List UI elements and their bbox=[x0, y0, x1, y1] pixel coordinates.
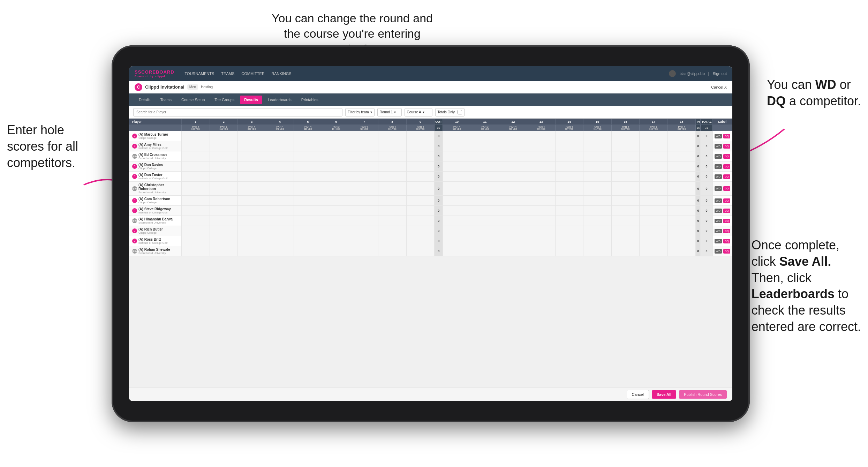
hole-8-input[interactable] bbox=[380, 239, 405, 243]
hole-14-input[interactable] bbox=[557, 165, 582, 168]
hole-7-input[interactable] bbox=[352, 209, 377, 212]
hole-15-score[interactable] bbox=[583, 131, 612, 141]
hole-9-score[interactable] bbox=[406, 216, 435, 226]
hole-1-input[interactable] bbox=[183, 175, 208, 178]
hole-1-input[interactable] bbox=[183, 134, 208, 138]
hole-6-score[interactable] bbox=[322, 161, 350, 172]
hole-16-input[interactable] bbox=[613, 165, 638, 168]
hole-16-score[interactable] bbox=[611, 182, 640, 196]
hole-18-score[interactable] bbox=[667, 131, 696, 141]
hole-5-score[interactable] bbox=[294, 151, 322, 161]
hole-7-score[interactable] bbox=[350, 182, 378, 196]
hole-9-score[interactable] bbox=[406, 141, 435, 151]
hole-9-score[interactable] bbox=[406, 172, 435, 182]
tab-printables[interactable]: Printables bbox=[297, 96, 323, 104]
wd-button[interactable]: WD bbox=[715, 144, 722, 149]
hole-9-input[interactable] bbox=[408, 134, 433, 138]
hole-11-score[interactable] bbox=[471, 206, 499, 216]
hole-16-score[interactable] bbox=[611, 131, 640, 141]
hole-12-score[interactable] bbox=[499, 151, 527, 161]
hole-8-input[interactable] bbox=[380, 165, 405, 168]
hole-13-score[interactable] bbox=[527, 182, 555, 196]
hole-13-score[interactable] bbox=[527, 151, 555, 161]
hole-16-score[interactable] bbox=[611, 246, 640, 256]
hole-5-input[interactable] bbox=[295, 165, 320, 168]
hole-17-score[interactable] bbox=[640, 236, 668, 246]
hole-18-score[interactable] bbox=[667, 206, 696, 216]
hole-8-input[interactable] bbox=[380, 187, 405, 190]
hole-11-input[interactable] bbox=[473, 199, 498, 202]
hole-15-input[interactable] bbox=[585, 187, 610, 190]
hole-15-input[interactable] bbox=[585, 209, 610, 212]
wd-button[interactable]: WD bbox=[715, 164, 722, 169]
hole-12-score[interactable] bbox=[499, 196, 527, 206]
hole-10-input[interactable] bbox=[444, 175, 469, 178]
hole-9-score[interactable] bbox=[406, 236, 435, 246]
hole-6-input[interactable] bbox=[324, 219, 349, 223]
hole-2-input[interactable] bbox=[211, 134, 236, 138]
hole-1-score[interactable] bbox=[182, 196, 210, 206]
hole-17-score[interactable] bbox=[640, 151, 668, 161]
hole-2-input[interactable] bbox=[211, 175, 236, 178]
hole-12-input[interactable] bbox=[500, 134, 526, 138]
hole-3-score[interactable] bbox=[238, 196, 266, 206]
hole-2-input[interactable] bbox=[211, 219, 236, 223]
hole-15-input[interactable] bbox=[585, 144, 610, 148]
hole-18-input[interactable] bbox=[669, 175, 694, 178]
hole-18-input[interactable] bbox=[669, 209, 694, 212]
hole-3-input[interactable] bbox=[239, 239, 264, 243]
hole-5-input[interactable] bbox=[295, 249, 320, 253]
hole-5-score[interactable] bbox=[294, 246, 322, 256]
totals-only-checkbox[interactable] bbox=[458, 110, 462, 114]
hole-14-score[interactable] bbox=[555, 172, 583, 182]
hole-1-input[interactable] bbox=[183, 187, 208, 190]
hole-15-score[interactable] bbox=[583, 172, 612, 182]
tab-leaderboards[interactable]: Leaderboards bbox=[264, 96, 296, 104]
hole-7-input[interactable] bbox=[352, 229, 377, 233]
hole-18-input[interactable] bbox=[669, 144, 694, 148]
hole-11-score[interactable] bbox=[471, 196, 499, 206]
hole-16-score[interactable] bbox=[611, 236, 640, 246]
hole-11-input[interactable] bbox=[473, 209, 498, 212]
hole-17-score[interactable] bbox=[640, 206, 668, 216]
hole-11-input[interactable] bbox=[473, 187, 498, 190]
hole-5-score[interactable] bbox=[294, 131, 322, 141]
hole-4-score[interactable] bbox=[266, 161, 294, 172]
hole-13-input[interactable] bbox=[529, 219, 554, 223]
hole-17-input[interactable] bbox=[641, 155, 666, 158]
filter-team-dropdown[interactable]: Filter by team ▾ bbox=[345, 108, 375, 116]
hole-18-score[interactable] bbox=[667, 216, 696, 226]
hole-1-input[interactable] bbox=[183, 155, 208, 158]
hole-3-score[interactable] bbox=[238, 161, 266, 172]
hole-14-input[interactable] bbox=[557, 229, 582, 233]
hole-2-input[interactable] bbox=[211, 165, 236, 168]
hole-11-input[interactable] bbox=[473, 229, 498, 233]
hole-11-score[interactable] bbox=[471, 131, 499, 141]
hole-17-input[interactable] bbox=[641, 239, 666, 243]
hole-5-input[interactable] bbox=[295, 199, 320, 202]
hole-6-input[interactable] bbox=[324, 134, 349, 138]
hole-10-input[interactable] bbox=[444, 209, 469, 212]
hole-18-score[interactable] bbox=[667, 172, 696, 182]
hole-10-score[interactable] bbox=[443, 236, 471, 246]
hole-11-score[interactable] bbox=[471, 161, 499, 172]
hole-8-score[interactable] bbox=[378, 196, 407, 206]
hole-4-score[interactable] bbox=[266, 216, 294, 226]
wd-button[interactable]: WD bbox=[715, 134, 722, 138]
hole-6-score[interactable] bbox=[322, 131, 350, 141]
hole-5-score[interactable] bbox=[294, 172, 322, 182]
hole-14-score[interactable] bbox=[555, 151, 583, 161]
hole-1-score[interactable] bbox=[182, 172, 210, 182]
hole-6-input[interactable] bbox=[324, 187, 349, 190]
hole-15-score[interactable] bbox=[583, 161, 612, 172]
hole-2-input[interactable] bbox=[211, 249, 236, 253]
hole-2-score[interactable] bbox=[210, 246, 238, 256]
hole-16-input[interactable] bbox=[613, 239, 638, 243]
hole-16-score[interactable] bbox=[611, 226, 640, 236]
hole-15-score[interactable] bbox=[583, 226, 612, 236]
hole-1-score[interactable] bbox=[182, 161, 210, 172]
hole-18-score[interactable] bbox=[667, 196, 696, 206]
hole-2-input[interactable] bbox=[211, 187, 236, 190]
hole-15-score[interactable] bbox=[583, 216, 612, 226]
hole-4-input[interactable] bbox=[267, 144, 293, 148]
